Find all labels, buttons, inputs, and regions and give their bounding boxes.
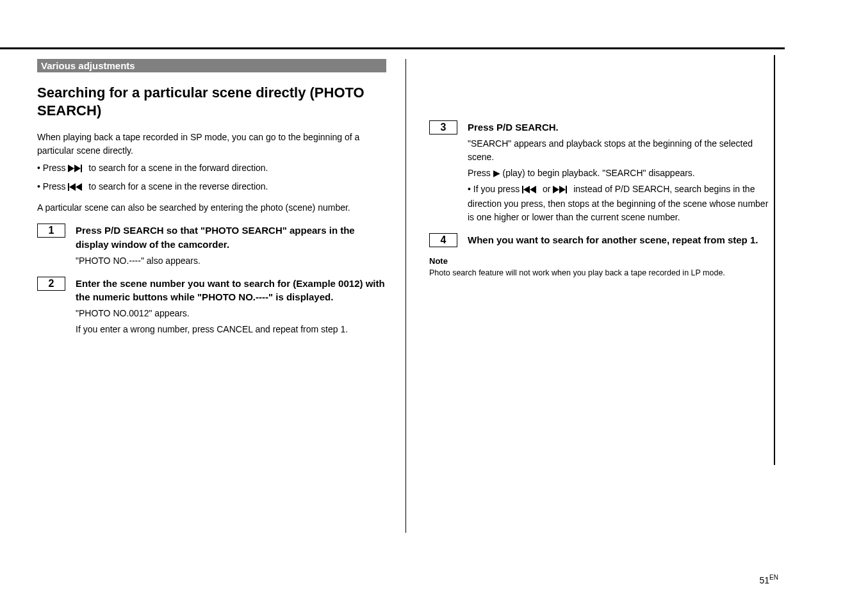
svg-rect-2 (81, 165, 82, 172)
note-label: Note (429, 256, 774, 266)
skip-backward-icon (522, 184, 540, 197)
step-2-sub-a: "PHOTO NO.0012" appears. (76, 307, 386, 320)
right-border (774, 55, 775, 465)
svg-marker-1 (74, 165, 81, 172)
skip-backward-icon (68, 181, 86, 195)
svg-marker-4 (69, 183, 76, 191)
skip-forward-icon (553, 184, 571, 197)
svg-rect-6 (522, 186, 523, 193)
intro3-post: to search for a scene in the reverse dir… (88, 181, 268, 191)
svg-marker-5 (76, 183, 82, 191)
step-number-1: 1 (37, 224, 65, 238)
step-3-body: Press P/D SEARCH. "SEARCH" appears and p… (468, 120, 774, 224)
page-number: 51EN (760, 574, 778, 585)
svg-marker-0 (68, 165, 74, 172)
step-3-sub-b: Press ▶ (play) to begin playback. "SEARC… (468, 167, 774, 180)
intro-paragraph-3: • Press to search for a scene in the rev… (37, 180, 386, 195)
intro-paragraph-2: • Press to search for a scene in the for… (37, 161, 386, 176)
step-2-sub-b: If you enter a wrong number, press CANCE… (76, 323, 386, 336)
intro-paragraph-4: A particular scene can also be searched … (37, 201, 386, 215)
intro3-pre: • Press (37, 181, 68, 191)
svg-marker-8 (530, 186, 536, 193)
left-column: Various adjustments Searching for a part… (37, 59, 405, 533)
page-content: Various adjustments Searching for a part… (37, 59, 774, 533)
step-3-sub-a: "SEARCH" appears and playback stops at t… (468, 137, 774, 164)
step-2: 2 Enter the scene number you want to sea… (37, 277, 386, 337)
right-column: 3 Press P/D SEARCH. "SEARCH" appears and… (405, 59, 774, 533)
step-3: 3 Press P/D SEARCH. "SEARCH" appears and… (429, 120, 774, 224)
step-3-sub-c: • If you press or instead of P/D SEARCH,… (468, 183, 774, 224)
section-banner: Various adjustments (37, 59, 386, 72)
step-1-lead: Press P/D SEARCH so that "PHOTO SEARCH" … (76, 224, 386, 252)
svg-marker-9 (553, 186, 559, 193)
page-title: Searching for a particular scene directl… (37, 84, 386, 119)
note-body: Photo search feature will not work when … (429, 267, 774, 279)
step-1-body: Press P/D SEARCH so that "PHOTO SEARCH" … (76, 224, 386, 268)
step-1-sub: "PHOTO NO.----" also appears. (76, 254, 386, 268)
svg-marker-7 (523, 186, 530, 193)
step-4-lead: When you want to search for another scen… (468, 233, 774, 247)
step-3-lead: Press P/D SEARCH. (468, 120, 774, 134)
step-4-body: When you want to search for another scen… (468, 233, 774, 247)
page-number-value: 51 (760, 575, 770, 585)
svg-rect-11 (566, 186, 567, 193)
step-4: 4 When you want to search for another sc… (429, 233, 774, 247)
page-number-suffix: EN (769, 574, 778, 581)
step-number-4: 4 (429, 233, 457, 247)
step3-subc-mid: or (543, 184, 553, 194)
step-1: 1 Press P/D SEARCH so that "PHOTO SEARCH… (37, 224, 386, 268)
step3-subc-pre: • If you press (468, 184, 522, 194)
top-rule (0, 47, 785, 49)
skip-forward-icon (68, 163, 86, 176)
step-2-body: Enter the scene number you want to searc… (76, 277, 386, 337)
step-number-3: 3 (429, 120, 457, 134)
intro2-pre: • Press (37, 163, 68, 173)
step-number-2: 2 (37, 277, 65, 291)
intro-paragraph-1: When playing back a tape recorded in SP … (37, 131, 386, 158)
intro2-post: to search for a scene in the forward dir… (88, 163, 268, 173)
svg-rect-3 (68, 183, 69, 191)
svg-marker-10 (559, 186, 566, 193)
step-2-lead: Enter the scene number you want to searc… (76, 277, 386, 305)
